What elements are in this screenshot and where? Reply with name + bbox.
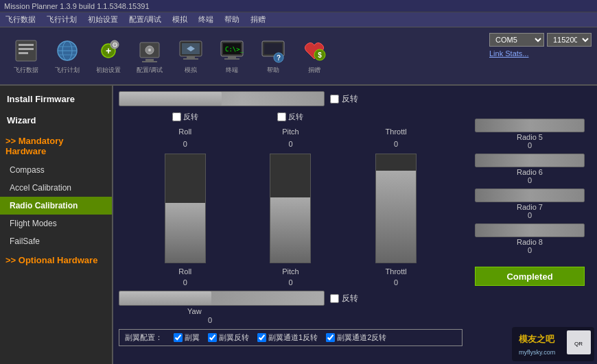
- radio-6-label: Radio 6: [517, 168, 543, 176]
- com-port-select[interactable]: COM5: [489, 33, 544, 47]
- sidebar-item-failsafe[interactable]: FailSafe: [0, 232, 112, 250]
- toolbar-flight-plan[interactable]: 飞行计划: [47, 30, 88, 82]
- link-stats-link[interactable]: Link Stats...: [489, 49, 592, 58]
- watermark: 模友之吧 myflysky.com QR: [512, 327, 594, 361]
- svg-rect-0: [16, 40, 36, 61]
- svg-text:myflysky.com: myflysky.com: [519, 349, 555, 356]
- svg-rect-3: [19, 52, 28, 54]
- toolbar-config[interactable]: 配置/调试: [129, 30, 170, 82]
- radio-5-slider[interactable]: [475, 119, 585, 132]
- flap-checkbox-0[interactable]: [174, 333, 183, 342]
- throttle-bar: [375, 154, 417, 263]
- toolbar-terminal[interactable]: C:\>_ 终端: [211, 30, 253, 82]
- svg-point-15: [148, 49, 151, 51]
- yaw-value-row: 0: [208, 315, 463, 325]
- menu-flight-data[interactable]: 飞行数据: [0, 12, 41, 27]
- sidebar-item-flight-modes[interactable]: Flight Modes: [0, 215, 112, 232]
- toolbar-initial-setup[interactable]: + ⚙ 初始设置: [88, 30, 129, 82]
- sidebar-optional-header[interactable]: >> Optional Hardware: [0, 250, 112, 270]
- toolbar-help-label: 帮助: [267, 66, 279, 75]
- roll-value-top: 0: [183, 140, 187, 148]
- menu-help[interactable]: 帮助: [219, 12, 245, 27]
- svg-text:⚙: ⚙: [112, 41, 118, 49]
- svg-rect-25: [228, 56, 236, 58]
- top-reverse-checkbox[interactable]: [330, 95, 339, 104]
- throttle-channel: Throttl 0 Throttl 0: [375, 112, 417, 287]
- main-channel-slider[interactable]: [119, 91, 325, 106]
- sidebar-item-wizard[interactable]: Wizard: [0, 110, 112, 131]
- throttle-label-top: Throttl: [386, 128, 407, 136]
- radio-6-slider[interactable]: [475, 154, 585, 167]
- flap-item-3[interactable]: 副翼通道2反转: [326, 332, 386, 343]
- svg-rect-21: [183, 58, 198, 60]
- yaw-reverse-label: 反转: [342, 293, 358, 304]
- menu-donate[interactable]: 捐赠: [245, 12, 271, 27]
- flap-item-1[interactable]: 副翼反转: [208, 332, 249, 343]
- sidebar-item-radio-cal[interactable]: Radio Calibration: [0, 197, 112, 215]
- pitch-reverse-checkbox[interactable]: [277, 112, 286, 121]
- toolbar-simulation[interactable]: 模拟: [170, 30, 211, 82]
- toolbar-donate[interactable]: $ 捐赠: [294, 30, 335, 82]
- menu-config-tune[interactable]: 配置/调试: [124, 12, 167, 27]
- pitch-reverse[interactable]: 反转: [277, 112, 303, 122]
- roll-reverse-checkbox[interactable]: [172, 112, 181, 121]
- top-slider-row: 反转: [119, 91, 592, 106]
- menu-flight-plan[interactable]: 飞行计划: [41, 12, 82, 27]
- sidebar-mandatory-header[interactable]: >> Mandatory Hardware: [0, 131, 112, 161]
- sidebar-item-compass[interactable]: Compass: [0, 161, 112, 179]
- toolbar-flight-data[interactable]: 飞行数据: [5, 30, 47, 82]
- content-area: 反转 反转 Roll 0: [113, 86, 597, 364]
- flap-label-3: 副翼通道2反转: [337, 332, 386, 343]
- toolbar-terminal-label: 终端: [226, 66, 238, 75]
- radio-7-channel: Radio 7 0: [468, 189, 592, 219]
- toolbar-initial-setup-label: 初始设置: [96, 66, 121, 75]
- roll-reverse-label: 反转: [183, 112, 198, 122]
- yaw-label-row: Yaw: [119, 306, 463, 315]
- pitch-value-top: 0: [288, 140, 292, 148]
- yaw-row: 反转: [119, 291, 463, 306]
- toolbar: 飞行数据 飞行计划 + ⚙ 初始设置 配置/调试: [0, 27, 597, 86]
- yaw-reverse-checkbox[interactable]: [330, 294, 339, 303]
- flap-checkbox-1[interactable]: [208, 333, 217, 342]
- roll-reverse[interactable]: 反转: [172, 112, 198, 122]
- menu-terminal[interactable]: 终端: [193, 12, 219, 27]
- title-bar: Mission Planner 1.3.9 build 1.1.5348.153…: [0, 0, 597, 12]
- roll-bar: [165, 154, 206, 263]
- radio-5-label: Radio 5: [517, 133, 543, 141]
- sidebar: Install Firmware Wizard >> Mandatory Har…: [0, 86, 113, 364]
- flap-label-1: 副翼反转: [219, 332, 249, 343]
- radio-8-value: 0: [528, 246, 532, 254]
- svg-text:?: ?: [277, 54, 281, 62]
- left-channels: 反转 Roll 0 Roll 0 反转: [119, 112, 463, 346]
- yaw-bar-value: 0: [208, 316, 212, 324]
- sidebar-item-accel-cal[interactable]: Accel Calibration: [0, 179, 112, 197]
- throttle-bar-fill: [376, 171, 416, 263]
- flap-checkbox-2[interactable]: [257, 333, 266, 342]
- toolbar-flight-plan-label: 飞行计划: [55, 66, 80, 75]
- roll-bar-label: Roll: [178, 267, 191, 276]
- pitch-channel: 反转 Pitch 0 Pitch 0: [270, 112, 311, 287]
- flap-item-2[interactable]: 副翼通道1反转: [257, 332, 318, 343]
- radio-5-channel: Radio 5 0: [468, 119, 592, 149]
- roll-bar-fill: [165, 203, 205, 263]
- sidebar-item-install-firmware[interactable]: Install Firmware: [0, 88, 112, 110]
- svg-rect-1: [19, 44, 34, 46]
- yaw-reverse-check[interactable]: 反转: [330, 293, 358, 304]
- menu-simulation[interactable]: 模拟: [167, 12, 193, 27]
- menu-initial-setup[interactable]: 初始设置: [82, 12, 124, 27]
- flap-checkbox-3[interactable]: [326, 333, 335, 342]
- flap-item-0[interactable]: 副翼: [174, 332, 200, 343]
- flap-config: 副翼配置： 副翼 副翼反转 副翼通道1反转 副: [119, 329, 463, 346]
- toolbar-donate-label: 捐赠: [308, 66, 320, 75]
- radio-8-slider[interactable]: [475, 223, 585, 237]
- completed-button[interactable]: Completed: [475, 267, 585, 286]
- roll-bar-value: 0: [183, 278, 187, 287]
- toolbar-help[interactable]: ? 帮助: [253, 30, 294, 82]
- throttle-value-top: 0: [394, 140, 398, 148]
- top-reverse-check[interactable]: 反转: [330, 93, 358, 105]
- baud-rate-select[interactable]: 115200: [547, 33, 592, 47]
- yaw-slider[interactable]: [119, 291, 325, 306]
- radio-7-slider[interactable]: [475, 189, 585, 202]
- title-text: Mission Planner 1.3.9 build 1.1.5348.153…: [4, 2, 150, 10]
- radio-8-label: Radio 8: [517, 238, 543, 246]
